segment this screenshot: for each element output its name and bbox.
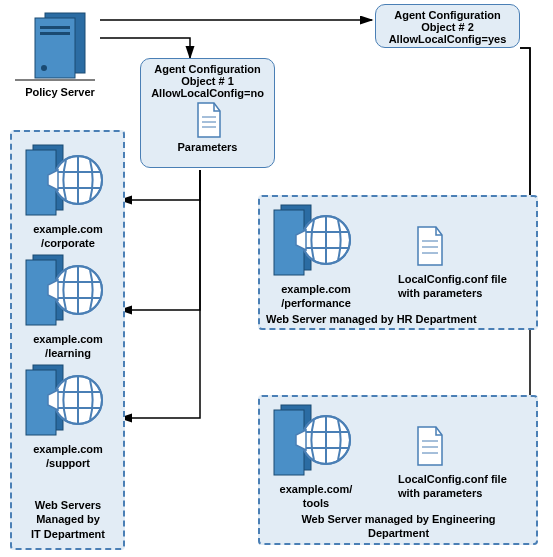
it-caption-l1: Web Servers xyxy=(18,498,118,512)
svg-rect-3 xyxy=(40,32,70,35)
web-server-icon xyxy=(18,360,118,440)
config1-line2: Object # 1 xyxy=(149,75,266,87)
eng-file-l2: with parameters xyxy=(398,486,533,500)
config-object-1: Agent Configuration Object # 1 AllowLoca… xyxy=(140,58,275,168)
it-server-2-url1: example.com xyxy=(18,332,118,346)
eng-server-url2: tools xyxy=(266,496,366,510)
it-dept-caption: Web Servers Managed by IT Department xyxy=(18,498,118,541)
web-server-icon xyxy=(18,250,118,330)
eng-caption: Web Server managed by Engineering Depart… xyxy=(266,512,531,541)
web-server-icon xyxy=(18,140,118,220)
config2-line1: Agent Configuration xyxy=(384,9,511,21)
eng-file-l1: LocalConfig.conf file xyxy=(398,472,533,486)
hr-server-url2: /performance xyxy=(266,296,366,310)
eng-server: example.com/ tools xyxy=(266,400,366,511)
document-icon xyxy=(188,101,228,141)
it-server-1: example.com /corporate xyxy=(18,140,118,251)
eng-caption-l1: Web Server managed by Engineering xyxy=(266,512,531,526)
hr-caption: Web Server managed by HR Department xyxy=(266,312,531,326)
eng-caption-l2: Department xyxy=(266,526,531,540)
hr-server-url1: example.com xyxy=(266,282,366,296)
config2-line3: AllowLocalConfig=yes xyxy=(384,33,511,45)
eng-file-label: LocalConfig.conf file with parameters xyxy=(398,472,533,501)
config1-line3: AllowLocalConfig=no xyxy=(149,87,266,99)
hr-file-l2: with parameters xyxy=(398,286,533,300)
config1-line1: Agent Configuration xyxy=(149,63,266,75)
policy-server-label: Policy Server xyxy=(10,85,110,99)
config-object-2: Agent Configuration Object # 2 AllowLoca… xyxy=(375,4,520,48)
svg-rect-2 xyxy=(40,26,70,29)
web-server-icon xyxy=(266,200,366,280)
svg-point-4 xyxy=(41,65,47,71)
policy-server: Policy Server xyxy=(10,8,110,99)
web-server-icon xyxy=(266,400,366,480)
it-server-1-url2: /corporate xyxy=(18,236,118,250)
it-server-1-url1: example.com xyxy=(18,222,118,236)
eng-server-url1: example.com/ xyxy=(266,482,366,496)
server-icon xyxy=(10,8,100,83)
config2-line2: Object # 2 xyxy=(384,21,511,33)
document-icon xyxy=(410,225,450,269)
it-server-2-url2: /learning xyxy=(18,346,118,360)
it-caption-l2: Managed by xyxy=(18,512,118,526)
hr-file-label: LocalConfig.conf file with parameters xyxy=(398,272,533,301)
it-server-3-url2: /support xyxy=(18,456,118,470)
it-caption-l3: IT Department xyxy=(18,527,118,541)
hr-server: example.com /performance xyxy=(266,200,366,311)
config1-params-label: Parameters xyxy=(149,141,266,153)
it-server-3-url1: example.com xyxy=(18,442,118,456)
hr-file-icon-wrap xyxy=(410,225,450,271)
hr-file-l1: LocalConfig.conf file xyxy=(398,272,533,286)
it-server-3: example.com /support xyxy=(18,360,118,471)
document-icon xyxy=(410,425,450,469)
eng-file-icon-wrap xyxy=(410,425,450,471)
it-server-2: example.com /learning xyxy=(18,250,118,361)
